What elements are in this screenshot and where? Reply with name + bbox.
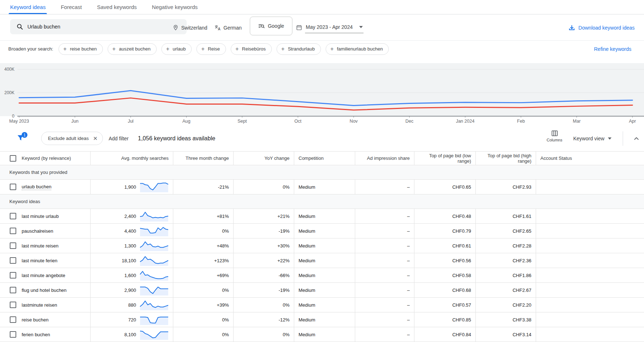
searches-value: 2,900 xyxy=(91,288,136,293)
cell-yoy-change: 0% xyxy=(234,180,294,194)
cell-bid-low: CHF0.58 xyxy=(414,268,476,282)
remove-filter-icon[interactable]: ✕ xyxy=(93,135,98,142)
cell-ad-impression-share: – xyxy=(355,253,414,268)
cell-account-status xyxy=(536,327,644,342)
cell-bid-high: CHF1.86 xyxy=(476,268,536,282)
svg-text:May 2023: May 2023 xyxy=(9,119,29,124)
cell-yoy-change: +30% xyxy=(234,238,294,253)
table-section-header: Keywords that you provided xyxy=(0,165,644,180)
searches-value: 4,400 xyxy=(91,228,136,234)
language-label: German xyxy=(223,25,242,31)
add-filter-button[interactable]: Add filter xyxy=(109,126,129,151)
sparkline-box xyxy=(139,225,169,236)
sparkline-box xyxy=(139,329,169,340)
cell-ad-impression-share: – xyxy=(355,224,414,238)
tab-negative-keywords[interactable]: Negative keywords xyxy=(152,0,198,14)
select-all-checkbox[interactable] xyxy=(10,155,16,162)
keyword-view-dropdown[interactable]: Keyword view xyxy=(573,126,612,151)
searches-value: 8,100 xyxy=(91,332,136,337)
broaden-chip-label: familienurlaub buchen xyxy=(337,46,383,52)
network-selector[interactable]: Google xyxy=(250,17,292,35)
language-selector[interactable]: A German xyxy=(214,15,242,40)
trend-chart-svg: 0200K400KMay 2023JunJulAugSeptOctNovDecJ… xyxy=(0,57,644,126)
svg-text:Mar: Mar xyxy=(573,119,581,124)
broaden-chip-list: +reise buchen+auszeit buchen+urlaub+Reis… xyxy=(58,43,389,55)
cell-keyword: reise buchen xyxy=(0,312,91,327)
row-checkbox[interactable] xyxy=(10,316,16,323)
tab-forecast[interactable]: Forecast xyxy=(61,0,82,14)
svg-text:Dec: Dec xyxy=(405,119,413,124)
cell-avg-monthly-searches: 880 xyxy=(91,298,173,312)
broaden-chip[interactable]: +familienurlaub buchen xyxy=(326,43,389,55)
svg-text:Feb: Feb xyxy=(517,119,525,124)
sparkline xyxy=(139,329,169,340)
row-checkbox[interactable] xyxy=(10,257,16,264)
tab-saved-keywords[interactable]: Saved keywords xyxy=(97,0,137,14)
keyword-search-input[interactable]: Urlaub buchen xyxy=(10,19,187,34)
broaden-chip-label: Reisebüros xyxy=(242,46,266,52)
filter-button[interactable]: 1 xyxy=(17,134,26,143)
row-checkbox[interactable] xyxy=(10,272,16,279)
row-checkbox[interactable] xyxy=(10,287,16,293)
table-row: reise buchen7200%-12%Medium–CHF0.85CHF3.… xyxy=(0,312,644,327)
plus-icon: + xyxy=(330,46,334,52)
row-checkbox[interactable] xyxy=(10,302,16,308)
filter-chip-label: Exclude adult ideas xyxy=(48,136,89,141)
cell-three-month-change: 0% xyxy=(173,327,234,342)
svg-text:Aug: Aug xyxy=(182,119,190,124)
header-top-bid-high: Top of page bid (high range) xyxy=(476,152,536,165)
broaden-chip[interactable]: +reise buchen xyxy=(58,43,103,55)
location-pin-icon xyxy=(173,25,179,31)
table-row: last minute urlaub2,400+81%+21%Medium–CH… xyxy=(0,209,644,224)
cell-bid-high: CHF2.20 xyxy=(476,298,536,312)
cell-account-status xyxy=(536,298,644,312)
svg-text:Sept: Sept xyxy=(238,119,247,124)
table-header-row: Keyword (by relevance) Avg. monthly sear… xyxy=(0,151,644,165)
broaden-chip[interactable]: +Reisebüros xyxy=(231,43,272,55)
svg-text:Jun: Jun xyxy=(71,119,78,124)
row-checkbox[interactable] xyxy=(10,213,16,219)
download-keyword-ideas-button[interactable]: Download keyword ideas xyxy=(569,15,635,40)
keyword-text: last minute reisen xyxy=(22,243,58,249)
toolbar-divider xyxy=(623,131,623,146)
keyword-text: ferien buchen xyxy=(22,332,50,337)
row-checkbox[interactable] xyxy=(10,242,16,249)
table-row: lastminute reisen880+39%0%Medium–CHF0.57… xyxy=(0,298,644,312)
cell-account-status xyxy=(536,238,644,253)
sparkline xyxy=(139,240,169,251)
sparkline-box xyxy=(139,314,169,325)
keyword-text: urlaub buchen xyxy=(22,184,51,190)
location-selector[interactable]: Switzerland xyxy=(173,15,207,40)
cell-three-month-change: +48% xyxy=(173,238,234,253)
tab-keyword-ideas[interactable]: Keyword ideas xyxy=(10,0,45,14)
cell-ad-impression-share: – xyxy=(355,298,414,312)
columns-button[interactable]: Columns xyxy=(544,130,565,142)
row-checkbox[interactable] xyxy=(10,228,16,234)
plus-icon: + xyxy=(235,46,239,52)
svg-text:Apr: Apr xyxy=(629,119,636,124)
broaden-chip[interactable]: +auszeit buchen xyxy=(108,43,157,55)
cell-avg-monthly-searches: 4,400 xyxy=(91,224,173,238)
sparkline-box xyxy=(139,299,169,310)
cell-avg-monthly-searches: 18,100 xyxy=(91,253,173,268)
cell-bid-high: CHF2.28 xyxy=(476,238,536,253)
cell-yoy-change: -19% xyxy=(234,224,294,238)
date-range-selector[interactable]: May 2023 - Apr 2024 xyxy=(296,15,364,40)
header-account-status: Account Status xyxy=(536,152,644,165)
broaden-chip[interactable]: +Reise xyxy=(196,43,226,55)
broaden-chip[interactable]: +Strandurlaub xyxy=(277,43,321,55)
cell-three-month-change: +69% xyxy=(173,268,234,282)
cell-bid-low: CHF0.68 xyxy=(414,283,476,297)
refine-keywords-link[interactable]: Refine keywords xyxy=(594,46,632,52)
exclude-adult-ideas-chip[interactable]: Exclude adult ideas ✕ xyxy=(41,132,103,145)
header-ad-impression-share: Ad impression share xyxy=(355,152,414,165)
row-checkbox[interactable] xyxy=(10,184,16,190)
svg-text:Jan 2024: Jan 2024 xyxy=(456,119,474,124)
collapse-table-button[interactable] xyxy=(631,126,642,151)
row-checkbox[interactable] xyxy=(10,331,16,338)
cell-account-status xyxy=(536,209,644,223)
table-row: last minute reisen1,300+48%+30%Medium–CH… xyxy=(0,238,644,253)
cell-bid-high: CHF3.14 xyxy=(476,327,536,342)
cell-three-month-change: +81% xyxy=(173,209,234,223)
broaden-chip[interactable]: +urlaub xyxy=(161,43,192,55)
